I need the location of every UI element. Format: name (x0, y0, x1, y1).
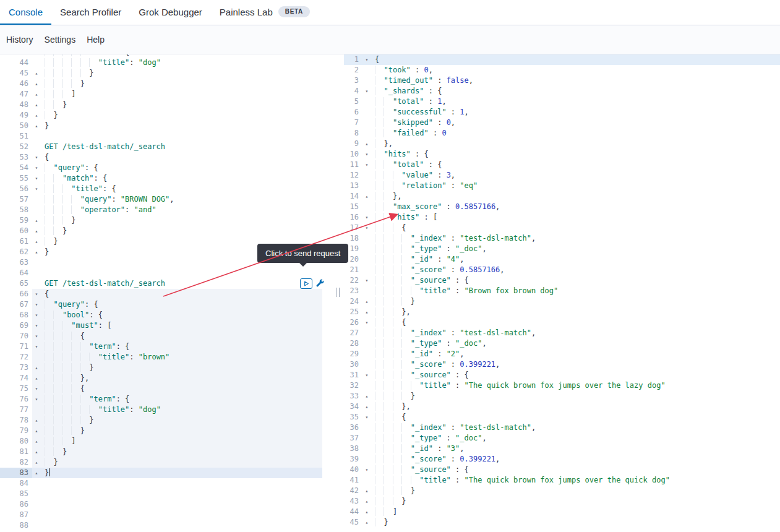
fold-toggle-icon[interactable]: ▴ (32, 215, 41, 226)
fold-toggle-icon[interactable]: ▾ (362, 275, 371, 286)
code-line[interactable]: 78▴ } (0, 415, 333, 426)
code-line[interactable]: 29 "_id" : "2", (344, 349, 780, 359)
fold-toggle-icon[interactable]: ▴ (32, 457, 41, 468)
code-line[interactable]: 5 "total" : 1, (344, 97, 780, 107)
code-line[interactable]: 81▴ } (0, 447, 333, 457)
code-line[interactable]: 35▾ { (344, 412, 780, 423)
code-line[interactable]: 11▾ "total" : { (344, 160, 780, 170)
code-line[interactable]: 10▾ "hits" : { (344, 149, 780, 160)
code-line[interactable]: 57 "query": "BROWN DOG", (0, 194, 333, 205)
code-line[interactable]: 46▴ } (0, 79, 333, 89)
code-line[interactable]: 49▴ } (0, 110, 333, 121)
code-line[interactable]: 71▾ "term": { (0, 341, 333, 352)
fold-toggle-icon[interactable]: ▾ (32, 341, 41, 352)
fold-toggle-icon[interactable]: ▴ (32, 415, 41, 426)
code-line[interactable]: 15 "max_score" : 0.5857166, (344, 202, 780, 212)
fold-toggle-icon[interactable]: ▴ (362, 507, 371, 517)
fold-toggle-icon[interactable]: ▴ (32, 68, 41, 79)
code-line[interactable]: 9▴ }, (344, 139, 780, 149)
tab-grok-debugger[interactable]: Grok Debugger (130, 0, 211, 25)
code-line[interactable]: 56▾ "title": { (0, 184, 333, 194)
fold-toggle-icon[interactable]: ▴ (32, 110, 41, 121)
request-editor[interactable]: 43▾ "term": {44 "title": "dog"45▴ }46▴ }… (0, 54, 333, 532)
code-line[interactable]: 45▴ } (344, 517, 780, 528)
code-line[interactable]: 26▾ { (344, 317, 780, 328)
code-line[interactable]: 18 "_index" : "test-dsl-match", (344, 233, 780, 244)
code-line[interactable]: 33▴ } (344, 391, 780, 401)
code-line[interactable]: 40▾ "_source" : { (344, 465, 780, 475)
code-line[interactable]: 8 "failed" : 0 (344, 128, 780, 139)
code-line[interactable]: 31▾ "_source" : { (344, 370, 780, 380)
code-line[interactable]: 44 "title": "dog" (0, 58, 333, 68)
send-request-button[interactable] (300, 278, 312, 289)
fold-toggle-icon[interactable]: ▾ (32, 331, 41, 341)
code-line[interactable]: 25▴ }, (344, 307, 780, 317)
code-line[interactable]: 77 "title": "dog" (0, 405, 333, 415)
fold-toggle-icon[interactable]: ▴ (32, 436, 41, 447)
code-line[interactable]: 36 "_index" : "test-dsl-match", (344, 423, 780, 433)
fold-toggle-icon[interactable]: ▾ (32, 173, 41, 184)
fold-toggle-icon[interactable]: ▾ (32, 184, 41, 194)
code-line[interactable]: 44▴ ] (344, 507, 780, 517)
code-line[interactable]: 53▾{ (0, 152, 333, 163)
code-line[interactable]: 58 "operator": "and" (0, 205, 333, 215)
fold-toggle-icon[interactable]: ▴ (32, 373, 41, 384)
code-line[interactable]: 88 (0, 520, 333, 531)
code-line[interactable]: 37 "_type" : "_doc", (344, 433, 780, 444)
code-line[interactable]: 13 "relation" : "eq" (344, 181, 780, 191)
code-line[interactable]: 73▴ } (0, 363, 333, 373)
code-line[interactable]: 84 (0, 478, 333, 489)
code-line[interactable]: 86 (0, 499, 333, 510)
fold-toggle-icon[interactable]: ▾ (32, 299, 41, 310)
fold-toggle-icon[interactable]: ▴ (32, 79, 41, 89)
code-line[interactable]: 4▾ "_shards" : { (344, 86, 780, 97)
code-line[interactable]: 60▴ } (0, 226, 333, 236)
code-line[interactable]: 16▾ "hits" : [ (344, 212, 780, 223)
code-line[interactable]: 69▾ "must": [ (0, 320, 333, 331)
code-line[interactable]: 12 "value" : 3, (344, 170, 780, 181)
code-line[interactable]: 20 "_id" : "4", (344, 254, 780, 265)
code-line[interactable]: 47▴ ] (0, 89, 333, 100)
code-line[interactable]: 45▴ } (0, 68, 333, 79)
code-line[interactable]: 59▴ } (0, 215, 333, 226)
code-line[interactable]: 74▴ }, (0, 373, 333, 384)
code-line[interactable]: 28 "_type" : "_doc", (344, 338, 780, 349)
code-line[interactable]: 3 "timed_out" : false, (344, 75, 780, 86)
fold-toggle-icon[interactable]: ▴ (362, 296, 371, 307)
fold-toggle-icon[interactable]: ▾ (362, 212, 371, 223)
tab-console[interactable]: Console (0, 0, 51, 25)
code-line[interactable]: 87 (0, 510, 333, 520)
code-line[interactable]: 24▴ } (344, 296, 780, 307)
code-line[interactable]: 85 (0, 489, 333, 499)
fold-toggle-icon[interactable]: ▴ (32, 100, 41, 110)
code-line[interactable]: 82▴ } (0, 457, 333, 468)
fold-toggle-icon[interactable]: ▾ (362, 370, 371, 380)
code-line[interactable]: 1▾{ (344, 54, 780, 65)
code-line[interactable]: 66▾{ (0, 289, 333, 299)
fold-toggle-icon[interactable]: ▴ (32, 468, 41, 478)
fold-toggle-icon[interactable]: ▴ (362, 307, 371, 317)
fold-toggle-icon[interactable]: ▴ (362, 191, 371, 202)
fold-toggle-icon[interactable]: ▾ (32, 152, 41, 163)
fold-toggle-icon[interactable]: ▴ (32, 236, 41, 247)
panel-resizer-handle[interactable] (336, 288, 340, 297)
code-line[interactable]: 32 "title" : "The quick brown fox jumps … (344, 380, 780, 391)
code-line[interactable]: 64 (0, 268, 333, 278)
code-line[interactable]: 51 (0, 131, 333, 142)
code-line[interactable]: 68▾ "bool": { (0, 310, 333, 320)
code-line[interactable]: 6 "successful" : 1, (344, 107, 780, 118)
code-line[interactable]: 34▴ }, (344, 401, 780, 412)
code-line[interactable]: 67▾ "query": { (0, 299, 333, 310)
fold-toggle-icon[interactable]: ▾ (32, 310, 41, 320)
code-line[interactable]: 14▴ }, (344, 191, 780, 202)
code-line[interactable]: 43▴ } (344, 496, 780, 507)
fold-toggle-icon[interactable]: ▴ (362, 139, 371, 149)
code-line[interactable]: 23 "title" : "Brown fox brown dog" (344, 286, 780, 296)
response-viewer[interactable]: 1▾{2 "took" : 0,3 "timed_out" : false,4▾… (344, 54, 780, 532)
request-options-button[interactable] (314, 278, 325, 289)
fold-toggle-icon[interactable]: ▾ (32, 384, 41, 394)
fold-toggle-icon[interactable]: ▾ (32, 289, 41, 299)
fold-toggle-icon[interactable]: ▴ (362, 496, 371, 507)
code-line[interactable]: 2 "took" : 0, (344, 65, 780, 75)
code-line[interactable]: 72 "title": "brown" (0, 352, 333, 363)
